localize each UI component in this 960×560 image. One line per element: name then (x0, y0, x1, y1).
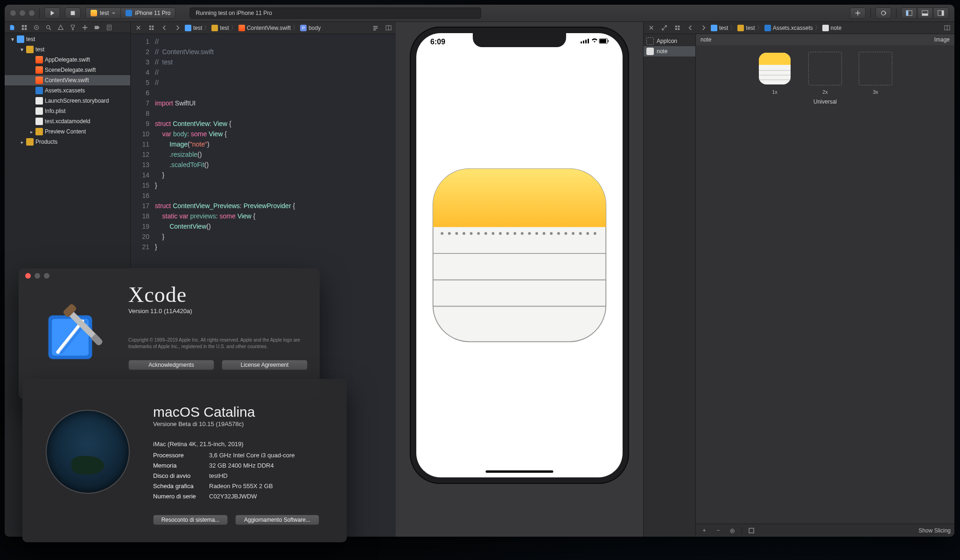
tree-file-appdelegate[interactable]: AppDelegate.swift (5, 55, 130, 65)
target-icon (91, 10, 97, 16)
swiftui-canvas[interactable]: 6:09 (396, 22, 643, 537)
expand-button[interactable] (659, 23, 670, 33)
tree-group[interactable]: ▼test (5, 44, 130, 55)
filter-button[interactable] (747, 526, 756, 535)
empty-slot[interactable] (808, 52, 842, 85)
back-button[interactable] (159, 23, 170, 33)
jump-seg-project[interactable]: test (185, 25, 202, 31)
license-agreement-button[interactable]: License Agreement (222, 360, 308, 370)
run-button[interactable] (44, 7, 60, 19)
zoom-window-icon (44, 273, 49, 279)
close-window-icon[interactable] (10, 10, 16, 16)
svg-point-57 (594, 232, 596, 235)
add-editor-button[interactable] (383, 23, 394, 33)
plist-icon (35, 107, 43, 115)
report-nav-tab[interactable] (104, 23, 115, 32)
project-nav-tab[interactable] (7, 23, 18, 32)
window-traffic-lights[interactable] (10, 10, 35, 16)
scheme-device[interactable]: iPhone 11 Pro (121, 7, 175, 19)
slot-3x[interactable]: 3x (859, 52, 892, 95)
assets-editor: test〉 test〉 Assets.xcassets〉 note AppIco… (643, 22, 954, 537)
toggle-debug-button[interactable] (917, 7, 933, 19)
debug-nav-tab[interactable] (79, 23, 91, 32)
related-items-button[interactable] (672, 23, 683, 33)
xcode-app-icon (39, 299, 109, 369)
jump-seg-asset[interactable]: note (822, 25, 841, 31)
svg-point-41 (477, 232, 480, 235)
asset-options-button[interactable]: ◎ (728, 526, 737, 535)
jump-label: test (719, 25, 728, 31)
editor-options-button[interactable] (941, 23, 953, 33)
slot-2x[interactable]: 2x (808, 52, 842, 95)
slot-1x[interactable]: 1x (758, 52, 792, 95)
asset-appicon[interactable]: AppIcon (644, 36, 695, 46)
asset-list[interactable]: AppIcon note (644, 34, 696, 537)
zoom-window-icon[interactable] (29, 10, 35, 16)
svg-point-49 (535, 232, 538, 235)
jump-seg-group[interactable]: test (737, 25, 755, 31)
tree-file-launchscreen[interactable]: LaunchScreen.storyboard (5, 96, 130, 106)
issue-nav-tab[interactable] (55, 23, 66, 32)
code-review-button[interactable] (876, 7, 891, 19)
asset-note[interactable]: note (644, 46, 695, 56)
tree-file-contentview[interactable]: ContentView.swift (5, 75, 130, 85)
tree-project[interactable]: ▼test (5, 34, 130, 44)
related-items-button[interactable] (146, 23, 157, 33)
find-nav-tab[interactable] (43, 23, 54, 32)
test-nav-tab[interactable] (67, 23, 78, 32)
toggle-navigator-button[interactable] (901, 7, 917, 19)
svg-rect-0 (71, 11, 75, 15)
close-tab-button[interactable] (645, 23, 657, 33)
svg-rect-2 (906, 11, 908, 16)
tree-file-scenedelegate[interactable]: SceneDelegate.swift (5, 65, 130, 75)
tree-group-preview[interactable]: ▸Preview Content (5, 126, 130, 137)
empty-slot[interactable] (859, 52, 892, 85)
slot-label: 1x (772, 89, 778, 95)
scheme-target[interactable]: test (85, 7, 121, 19)
jump-seg-group[interactable]: test (211, 25, 229, 31)
add-asset-button[interactable]: ＋ (700, 526, 709, 535)
editor-options-button[interactable] (370, 23, 381, 33)
remove-asset-button[interactable]: － (714, 526, 723, 535)
device-icon (126, 10, 132, 16)
jump-seg-assets[interactable]: Assets.xcassets (764, 25, 813, 31)
spec-key: Processore (153, 450, 209, 461)
software-update-button[interactable]: Aggiornamento Software... (235, 515, 319, 525)
system-report-button[interactable]: Resoconto di sistema... (153, 515, 228, 525)
forward-button[interactable] (172, 23, 183, 33)
svg-point-44 (499, 232, 502, 235)
jump-label: ContentView.swift (247, 25, 291, 31)
minimize-window-icon[interactable] (20, 10, 25, 16)
window-traffic-lights[interactable] (25, 273, 49, 279)
breakpoint-nav-tab[interactable] (91, 23, 103, 32)
jump-seg-project[interactable]: test (711, 25, 728, 31)
forward-button[interactable] (698, 23, 709, 33)
svg-point-52 (557, 232, 560, 235)
svg-point-54 (572, 232, 575, 235)
spec-value: 32 GB 2400 MHz DDR4 (209, 462, 274, 469)
scheme-selector[interactable]: test iPhone 11 Pro (85, 7, 175, 19)
acknowledgments-button[interactable]: Acknowledgments (128, 360, 214, 370)
tree-group-products[interactable]: ▸Products (5, 137, 130, 147)
close-window-icon[interactable] (25, 273, 31, 279)
folder-icon (26, 138, 34, 146)
spec-key: Memoria (153, 461, 209, 471)
macos-title: macOS Catalina (153, 405, 337, 419)
symbol-nav-tab[interactable] (31, 23, 42, 32)
tree-file-model[interactable]: test.xcdatamodeld (5, 116, 130, 126)
jump-seg-symbol[interactable]: Pbody (300, 25, 321, 31)
toggle-inspector-button[interactable] (933, 7, 949, 19)
jump-seg-file[interactable]: ContentView.swift (238, 25, 291, 31)
library-button[interactable] (850, 7, 866, 19)
tree-file-info[interactable]: Info.plist (5, 106, 130, 116)
titlebar: test iPhone 11 Pro Running test on iPhon… (5, 5, 954, 22)
slot-1x-image[interactable] (758, 52, 792, 85)
tree-file-assets[interactable]: Assets.xcassets (5, 85, 130, 96)
show-slicing-button[interactable]: Show Slicing (918, 527, 951, 534)
tree-label: AppDelegate.swift (45, 56, 90, 63)
source-control-nav-tab[interactable] (19, 23, 30, 32)
stop-button[interactable] (65, 7, 81, 19)
svg-rect-20 (152, 28, 154, 30)
close-tab-button[interactable] (133, 23, 144, 33)
back-button[interactable] (685, 23, 696, 33)
